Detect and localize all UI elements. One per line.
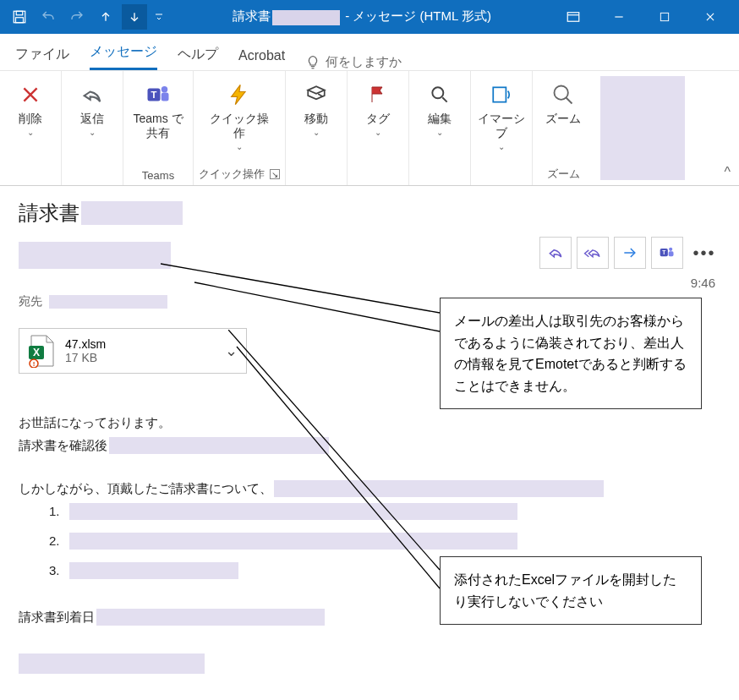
redacted-li-2 xyxy=(69,533,517,550)
timestamp: 9:46 xyxy=(691,276,715,290)
tell-me-label: 何をしますか xyxy=(326,54,402,70)
redo-icon[interactable] xyxy=(64,4,90,30)
body-line-1: お世話になっております。 xyxy=(19,411,171,434)
delete-button[interactable]: 削除 ⌄ xyxy=(5,74,56,154)
qat-more-icon[interactable] xyxy=(151,4,167,30)
tell-me[interactable]: 何をしますか xyxy=(305,54,402,70)
list-num-1: 1. xyxy=(49,500,68,522)
annotation-attachment: 添付されたExcelファイルを開封したり実行しないでください xyxy=(440,556,702,625)
body-line-4: しかしながら、頂戴したご請求書について、 xyxy=(19,477,272,500)
subject-text: 請求書 xyxy=(19,200,79,227)
svg-rect-3 xyxy=(567,13,579,22)
lightning-icon xyxy=(224,79,255,110)
group-teams: T Teams で共有 Teams xyxy=(123,71,194,185)
attachment[interactable]: X! 47.xlsm 17 KB ⌄ xyxy=(19,328,247,374)
ribbon: 削除 ⌄ 返信 ⌄ T Teams で共有 Teams xyxy=(0,71,739,186)
annotation-sender: メールの差出人は取引先のお客様からであるように偽装されており、差出人の情報を見て… xyxy=(440,298,702,409)
lightbulb-icon xyxy=(305,55,320,70)
svg-text:T: T xyxy=(151,90,157,100)
list-num-2: 2. xyxy=(49,529,68,552)
more-actions[interactable]: ••• xyxy=(688,237,720,269)
quick-access-toolbar xyxy=(3,4,167,30)
tab-message[interactable]: メッセージ xyxy=(90,35,157,70)
tab-help[interactable]: ヘルプ xyxy=(178,37,218,70)
annotation-sender-text: メールの差出人は取引先のお客様からであるように偽装されており、差出人の情報を見て… xyxy=(454,314,687,393)
zoom-button[interactable]: ズーム xyxy=(538,74,588,154)
group-label-zoom: ズーム xyxy=(547,167,580,183)
tab-file[interactable]: ファイル xyxy=(15,37,69,70)
svg-rect-4 xyxy=(660,13,668,20)
quick-steps-button[interactable]: クイック操作 ⌄ xyxy=(207,74,271,156)
annotation-attachment-text: 添付されたExcelファイルを開封したり実行しないでください xyxy=(454,572,676,609)
collapse-ribbon-icon[interactable]: ^ xyxy=(724,165,731,180)
reply-action[interactable] xyxy=(539,237,572,269)
search-icon xyxy=(424,79,455,110)
to-label: 宛先 xyxy=(19,294,42,309)
redacted-body-2 xyxy=(109,437,329,454)
list-num-3: 3. xyxy=(49,559,68,582)
redacted-li-1 xyxy=(69,503,517,520)
redacted-body-5 xyxy=(96,609,325,626)
dialog-launcher-icon[interactable]: ↘ xyxy=(270,169,280,179)
svg-rect-10 xyxy=(493,87,506,101)
teams-share-button[interactable]: T Teams で共有 xyxy=(129,74,188,154)
redacted-body-4 xyxy=(274,480,604,497)
svg-point-7 xyxy=(161,86,168,93)
group-immersive: イマーシブ ⌄ xyxy=(471,71,533,185)
title-prefix: 請求書 xyxy=(233,8,271,23)
tag-button[interactable]: タグ ⌄ xyxy=(353,74,403,154)
flag-icon xyxy=(363,79,393,110)
read-aloud-icon xyxy=(486,79,517,110)
save-icon[interactable] xyxy=(7,4,32,30)
forward-action[interactable] xyxy=(614,237,646,269)
reply-button[interactable]: 返信 ⌄ xyxy=(67,74,118,154)
attachment-name: 47.xlsm xyxy=(65,337,106,351)
redacted-subject xyxy=(81,201,183,225)
subject-line: 請求書 xyxy=(19,200,720,227)
redacted-to xyxy=(49,295,167,309)
close-icon[interactable] xyxy=(693,0,727,34)
ribbon-tabs: ファイル メッセージ ヘルプ Acrobat 何をしますか xyxy=(0,34,739,71)
group-delete: 削除 ⌄ xyxy=(0,71,62,185)
minimize-icon[interactable] xyxy=(602,0,636,34)
svg-text:T: T xyxy=(662,249,665,255)
group-move: 移動 ⌄ xyxy=(286,71,348,185)
svg-rect-1 xyxy=(16,11,23,15)
attachment-info: 47.xlsm 17 KB xyxy=(65,337,106,364)
svg-point-11 xyxy=(555,86,568,100)
zoom-icon xyxy=(548,79,578,110)
teams-icon: T xyxy=(143,79,173,110)
window-title: 請求書 - メッセージ (HTML 形式) xyxy=(167,8,556,25)
attachment-dropdown-icon[interactable]: ⌄ xyxy=(225,342,238,360)
message-actions: T ••• xyxy=(539,237,720,269)
prev-item-icon[interactable] xyxy=(93,4,118,30)
group-quick: クイック操作 ⌄ クイック操作↘ xyxy=(194,71,286,185)
immersive-button[interactable]: イマーシブ ⌄ xyxy=(476,74,527,156)
next-item-icon[interactable] xyxy=(122,4,147,30)
svg-rect-2 xyxy=(16,18,24,23)
body-line-2: 請求書を確認後 xyxy=(19,434,107,457)
window-controls xyxy=(556,0,736,34)
message-body: お世話になっております。 請求書を確認後 しかしながら、頂戴したご請求書について… xyxy=(19,411,720,674)
svg-point-9 xyxy=(432,87,443,98)
redacted-ribbon xyxy=(600,76,685,180)
title-bar: 請求書 - メッセージ (HTML 形式) xyxy=(0,0,739,34)
redacted-sender xyxy=(19,242,171,269)
redacted-body-6 xyxy=(19,654,205,674)
delete-icon xyxy=(15,79,46,110)
teams-action[interactable]: T xyxy=(651,237,683,269)
reply-all-action[interactable] xyxy=(577,237,609,269)
tab-acrobat[interactable]: Acrobat xyxy=(238,40,285,70)
reply-icon xyxy=(77,79,107,110)
edit-button[interactable]: 編集 ⌄ xyxy=(414,74,465,154)
undo-icon[interactable] xyxy=(36,4,61,30)
group-edit: 編集 ⌄ xyxy=(409,71,471,185)
maximize-icon[interactable] xyxy=(648,0,682,34)
svg-point-14 xyxy=(669,248,672,251)
group-zoom: ズーム ズーム xyxy=(533,71,594,185)
group-label-quick: クイック操作↘ xyxy=(199,167,280,183)
ribbon-mode-icon[interactable] xyxy=(556,0,590,34)
move-button[interactable]: 移動 ⌄ xyxy=(291,74,342,154)
group-respond: 返信 ⌄ xyxy=(62,71,123,185)
svg-text:!: ! xyxy=(33,360,36,368)
